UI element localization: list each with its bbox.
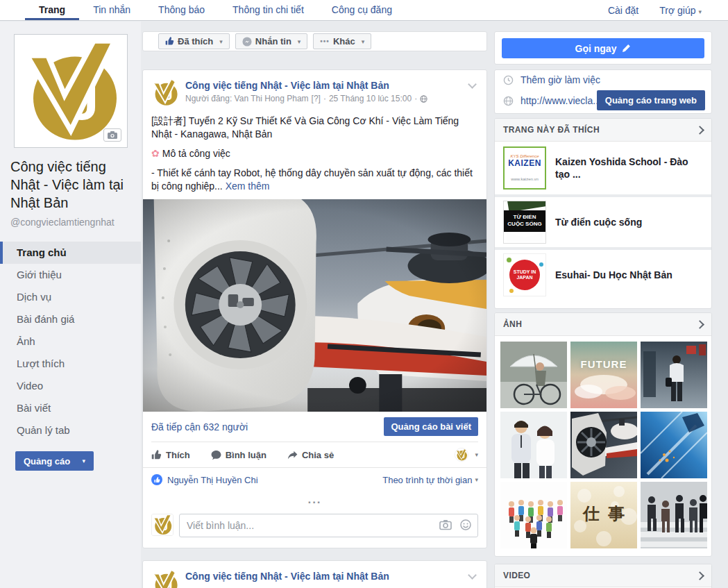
- post-meta: Người đăng: Van Thi Hong Pham [?] · 25 T…: [185, 94, 428, 103]
- help-link[interactable]: Trợ giúp▾: [659, 5, 702, 16]
- chevron-down-icon: ▾: [82, 457, 85, 464]
- sidebar-menu: Trang chủ Giới thiệu Dịch vụ Bài đánh gi…: [0, 242, 141, 442]
- boost-post-button[interactable]: Quảng cáo bài viết: [384, 417, 478, 436]
- tab-cong-cu-dang[interactable]: Công cụ đăng: [318, 0, 406, 20]
- photo-man-bicycle-umbrella[interactable]: [500, 342, 567, 408]
- chevron-down-icon[interactable]: ▾: [475, 451, 478, 458]
- ads-button[interactable]: Quảng cáo ▾: [15, 451, 94, 471]
- tab-thong-tin-chi-tiet[interactable]: Thông tin chi tiết: [219, 0, 318, 20]
- photo-blue-industrial[interactable]: [641, 412, 707, 478]
- liked-page-tu-dien[interactable]: TỪ ĐIỂNCUỘC SỐNG Từ điển cuộc sống: [495, 194, 711, 247]
- more-button[interactable]: ••• Khác ▾: [313, 33, 371, 49]
- post-avatar[interactable]: J: [151, 78, 179, 106]
- like-button[interactable]: Thích: [151, 450, 190, 460]
- chevron-right-icon[interactable]: [695, 126, 704, 135]
- reach-count-link[interactable]: Đã tiếp cận 632 người: [151, 421, 248, 432]
- promote-website-button[interactable]: Quảng cáo trang web: [597, 90, 705, 110]
- thumb-up-icon: [151, 450, 162, 460]
- website-label: http://www.viecla...: [520, 95, 601, 106]
- emoji-icon[interactable]: [460, 519, 471, 530]
- chevron-right-icon[interactable]: [695, 320, 704, 329]
- sidebar-item-video[interactable]: Video: [0, 375, 141, 397]
- settings-link[interactable]: Cài đặt: [608, 5, 638, 16]
- liked-label: Đã thích: [178, 36, 213, 47]
- photo-future-clouds[interactable]: FUTURE: [570, 342, 637, 408]
- liked-button[interactable]: Đã thích ▾: [158, 33, 230, 49]
- globe-icon: [503, 96, 514, 106]
- like-label: Thích: [166, 450, 190, 460]
- post-timestamp[interactable]: 25 Tháng 10 lúc 15:00: [329, 94, 412, 103]
- clock-icon: [503, 75, 514, 85]
- photo-crowd-illustration[interactable]: [500, 482, 567, 548]
- post-line-2: ✿Mô tả công việc: [151, 147, 478, 160]
- esuhai-logo-line1: STUDY IN: [514, 269, 536, 275]
- sidebar-item-bai-viet[interactable]: Bài viết: [0, 397, 141, 419]
- share-button[interactable]: Chia sẻ: [287, 450, 334, 460]
- add-hours-row[interactable]: Thêm giờ làm việc: [503, 74, 600, 85]
- more-label: Khác: [333, 36, 355, 47]
- chevron-down-icon: ▾: [219, 38, 223, 45]
- liked-page-esuhai[interactable]: STUDY INJAPAN Esuhai- Du Học Nhật Bản: [495, 247, 711, 300]
- liked-page-name: Kaizen Yoshida School - Đào tạo ...: [555, 156, 703, 180]
- tab-thong-bao[interactable]: Thông báo: [144, 0, 219, 20]
- post-2: J Công việc tiếng Nhật - Việc làm tại Nh…: [142, 560, 487, 588]
- tab-tin-nhan[interactable]: Tin nhắn: [79, 0, 144, 20]
- website-row[interactable]: http://www.viecla...: [503, 95, 601, 106]
- post-avatar[interactable]: J: [151, 569, 179, 588]
- post-menu-chevron-icon[interactable]: [468, 80, 477, 89]
- post-header: J Công việc tiếng Nhật - Việc làm tại Nh…: [143, 70, 486, 106]
- message-button[interactable]: Nhắn tin ▾: [235, 33, 308, 49]
- tab-trang[interactable]: Trang: [25, 0, 79, 20]
- liked-page-kaizen[interactable]: KYS Difference KAIZEN www.kaizen.vn Kaiz…: [495, 142, 711, 194]
- camera-icon[interactable]: [103, 128, 121, 142]
- page-avatar[interactable]: J: [14, 34, 128, 148]
- photo-shigoto-kanji[interactable]: 仕事: [570, 482, 637, 548]
- sidebar-item-trang-chu[interactable]: Trang chủ: [0, 242, 141, 264]
- photo-helicopter-rotor[interactable]: [570, 412, 637, 478]
- comment-input[interactable]: [179, 514, 478, 537]
- tu-dien-logo-line2: CUỘC SỐNG: [504, 221, 545, 228]
- comment-composer: J: [143, 512, 486, 546]
- globe-icon: [420, 95, 428, 103]
- chevron-down-icon: ▾: [475, 476, 478, 483]
- sidebar-item-luot-thich[interactable]: Lượt thích: [0, 353, 141, 375]
- post-author-link[interactable]: Công việc tiếng Nhật - Việc làm tại Nhật…: [185, 571, 389, 582]
- like-badge-icon: [151, 474, 162, 485]
- sidebar-item-anh[interactable]: Ảnh: [0, 330, 141, 353]
- post-image-helicopter[interactable]: [143, 199, 486, 412]
- camera-icon[interactable]: [439, 519, 452, 530]
- post-menu-chevron-icon[interactable]: [468, 571, 477, 580]
- photos-title: ẢNH: [503, 319, 522, 329]
- dot-separator: ·: [414, 94, 417, 103]
- ads-button-label: Quảng cáo: [24, 456, 70, 467]
- chevron-right-icon[interactable]: [695, 571, 704, 580]
- sidebar-item-bai-danh-gia[interactable]: Bài đánh giá: [0, 308, 141, 330]
- liked-pages-header: TRANG NÀY ĐÃ THÍCH: [495, 119, 711, 142]
- liker-name-link[interactable]: Nguyễn Thị Huyền Chi: [167, 475, 258, 485]
- photo-street-businessman[interactable]: [641, 342, 707, 408]
- ellipsis-icon: •••: [320, 37, 330, 45]
- comment-button[interactable]: Bình luận: [211, 450, 266, 460]
- sidebar-item-dich-vu[interactable]: Dịch vụ: [0, 286, 141, 308]
- sidebar-item-gioi-thieu[interactable]: Giới thiệu: [0, 264, 141, 286]
- video-title: VIDEO: [503, 571, 530, 580]
- meta-badge[interactable]: [?]: [312, 94, 321, 103]
- vj-logo: J: [151, 569, 179, 588]
- esuhai-logo: STUDY INJAPAN: [503, 253, 546, 296]
- see-more-link[interactable]: Xem thêm: [226, 180, 270, 192]
- composer-avatar[interactable]: J: [151, 514, 173, 536]
- call-now-button[interactable]: Gọi ngay: [502, 38, 704, 58]
- post-author-link[interactable]: Công việc tiếng Nhật - Việc làm tại Nhật…: [185, 80, 428, 91]
- photo-business-crosswalk[interactable]: [641, 482, 707, 548]
- commenting-as-avatar[interactable]: J: [455, 448, 468, 462]
- thumb-up-icon: [165, 37, 174, 46]
- vj-logo: J: [152, 514, 173, 535]
- dot-separator: ·: [323, 94, 326, 103]
- page-action-bar: Đã thích ▾ Nhắn tin ▾ ••• Khác ▾: [142, 31, 487, 51]
- comment-sort-link[interactable]: Theo trình tự thời gian ▾: [382, 475, 478, 485]
- liked-pages-card: TRANG NÀY ĐÃ THÍCH KYS Difference KAIZEN…: [494, 118, 712, 309]
- kaizen-logo: KYS Difference KAIZEN www.kaizen.vn: [503, 146, 546, 190]
- photo-office-colleagues[interactable]: [500, 412, 567, 478]
- kaizen-logo-url: www.kaizen.vn: [505, 177, 545, 181]
- sidebar-item-quan-ly-tab[interactable]: Quản lý tab: [0, 419, 141, 442]
